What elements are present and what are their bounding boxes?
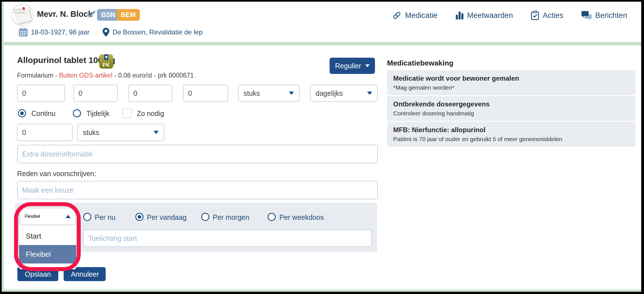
patient-avatar: No Photo Available xyxy=(11,4,34,26)
gds-warning-text: Buiten GDS-artikel xyxy=(59,72,112,79)
extra-doseerinformatie-input[interactable] xyxy=(17,145,378,163)
patient-name: Mevr. N. Block xyxy=(37,10,92,19)
edit-pencil-icon[interactable] xyxy=(87,10,96,18)
option-start[interactable]: Start xyxy=(19,227,76,245)
chevron-down-icon xyxy=(367,92,372,95)
alert-mfb-nierfunctie: MFB: Nierfunctie: allopurinol Patiënt is… xyxy=(387,122,635,147)
medication-subtitle: Formularium - Buiten GDS-artikel - 0.08 … xyxy=(17,72,194,79)
dose-input-1[interactable] xyxy=(17,85,65,102)
radio-per-weekdoos-label[interactable]: Per weekdoos xyxy=(279,213,324,221)
chat-bubbles-icon xyxy=(581,11,592,20)
chevron-up-icon xyxy=(66,215,71,218)
chevron-down-icon xyxy=(154,131,159,134)
dose-input-3[interactable] xyxy=(128,85,172,102)
regulier-dropdown-button[interactable]: Regulier xyxy=(330,58,375,74)
start-type-select[interactable]: Flexibel xyxy=(20,208,76,225)
max-unit-select[interactable]: stuks xyxy=(77,124,164,141)
zo-nodig-label[interactable]: Zo nodig xyxy=(137,109,164,118)
radio-continu[interactable] xyxy=(18,109,26,117)
radio-continu-label[interactable]: Continu xyxy=(31,109,55,118)
radio-per-nu[interactable] xyxy=(83,213,91,221)
reden-select-input[interactable] xyxy=(17,181,378,199)
nav-label: Medicatie xyxy=(405,11,437,20)
chevron-down-icon xyxy=(365,64,370,67)
nav-medicatie[interactable]: Medicatie xyxy=(392,11,437,20)
option-flexibel[interactable]: Flexibel xyxy=(19,245,76,263)
nav-label: Meetwaarden xyxy=(467,11,513,20)
fk-crest-tab xyxy=(104,54,108,60)
radio-per-morgen-label[interactable]: Per morgen xyxy=(213,213,249,221)
clipboard-check-icon xyxy=(531,11,539,20)
page: No Photo Available Mevr. N. Block BSN BE… xyxy=(2,2,641,292)
nav-label: Berichten xyxy=(595,11,627,20)
bsn-badge[interactable]: BSN xyxy=(97,9,120,21)
radio-per-vandaag[interactable] xyxy=(135,213,143,221)
pill-icon xyxy=(392,11,402,20)
price-prk-text: - 0.08 euro/st - prk 0000671 xyxy=(112,72,194,79)
radio-per-vandaag-label[interactable]: Per vandaag xyxy=(147,213,187,221)
radio-tijdelijk[interactable] xyxy=(73,109,81,117)
radio-per-nu-label[interactable]: Per nu xyxy=(95,213,115,221)
bem-badge[interactable]: BEM xyxy=(117,9,140,21)
toelichting-start-input[interactable] xyxy=(83,230,372,247)
location-pin-icon xyxy=(102,27,110,37)
alert-doseergegevens: Ontbrekende doseergegevens Controleer do… xyxy=(387,96,635,121)
header-divider xyxy=(4,42,641,45)
patient-location: De Bossen, Revalidatie de lep xyxy=(112,28,203,36)
unit-select[interactable]: stuks xyxy=(238,85,300,102)
alert-gemalen: Medicatie wordt voor bewoner gemalen *Ma… xyxy=(387,70,635,95)
nav-label: Acties xyxy=(543,11,563,20)
nav-acties[interactable]: Acties xyxy=(531,11,563,20)
radio-per-weekdoos[interactable] xyxy=(268,213,276,221)
fk-badge[interactable]: FK xyxy=(99,54,113,69)
zo-nodig-checkbox[interactable] xyxy=(122,108,132,118)
nav-berichten[interactable]: Berichten xyxy=(581,11,627,20)
app-frame: No Photo Available Mevr. N. Block BSN BE… xyxy=(0,0,644,294)
note-pin xyxy=(22,7,25,10)
radio-tijdelijk-label[interactable]: Tijdelijk xyxy=(86,109,109,118)
start-type-dropdown: Flexibel Start Flexibel xyxy=(19,207,76,269)
medicatiebewaking-title: Medicatiebewaking xyxy=(387,59,453,67)
start-type-menu: Start Flexibel xyxy=(19,227,76,263)
calendar-icon xyxy=(18,27,28,37)
formularium-text: Formularium xyxy=(17,72,53,79)
nav-meetwaarden[interactable]: Meetwaarden xyxy=(455,11,513,20)
patient-birthdate: 18-03-1927, 98 jaar xyxy=(31,28,89,36)
chevron-down-icon xyxy=(289,92,294,95)
reden-label: Reden van voorschrijven: xyxy=(17,170,96,178)
frequency-select[interactable]: dagelijks xyxy=(310,85,378,102)
bar-chart-icon xyxy=(455,11,464,20)
patient-meta-row: 18-03-1927, 98 jaar De Bossen, Revalidat… xyxy=(18,27,203,37)
radio-per-morgen[interactable] xyxy=(201,213,209,221)
dose-input-2[interactable] xyxy=(73,85,118,102)
max-dose-input[interactable] xyxy=(17,124,73,141)
dose-input-4[interactable] xyxy=(183,85,228,102)
top-nav: Medicatie Meetwaarden Acties xyxy=(392,11,627,20)
